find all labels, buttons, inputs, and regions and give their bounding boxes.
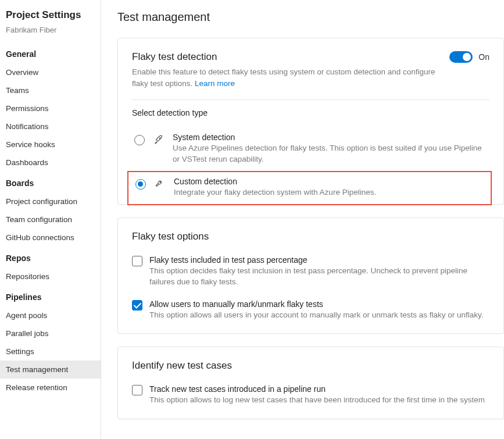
sidebar-item-parallel-jobs[interactable]: Parallel jobs	[0, 324, 101, 342]
project-name: Fabrikam Fiber	[0, 23, 101, 42]
include-pass-title: Flaky tests included in test pass percen…	[149, 255, 489, 265]
custom-detection-radio[interactable]	[135, 179, 146, 190]
sidebar: Project Settings Fabrikam Fiber General …	[0, 0, 101, 439]
custom-detection-title: Custom detection	[174, 177, 488, 186]
flaky-title: Flaky test detection	[132, 51, 449, 63]
newcases-title: Identify new test cases	[132, 360, 489, 372]
include-pass-percentage-checkbox[interactable]	[132, 256, 142, 266]
select-type-label: Select detection type	[132, 108, 489, 117]
rocket-icon	[153, 134, 165, 145]
manual-mark-checkbox[interactable]	[132, 300, 142, 310]
custom-detection-desc: Integrate your flaky detection system wi…	[174, 187, 488, 198]
section-pipelines: Pipelines	[0, 285, 101, 306]
divider	[132, 99, 489, 100]
page-title: Test management	[117, 10, 504, 24]
sidebar-item-permissions[interactable]: Permissions	[0, 99, 101, 117]
track-new-desc: This option allows to log new test cases…	[149, 395, 489, 406]
system-detection-option[interactable]: System detection Use Azure Pipelines det…	[132, 128, 489, 170]
system-detection-title: System detection	[173, 133, 489, 142]
manual-mark-title: Allow users to manually mark/unmark flak…	[149, 299, 489, 309]
system-detection-radio[interactable]	[134, 135, 145, 145]
include-pass-desc: This option decides flaky test inclusion…	[149, 266, 489, 288]
system-detection-desc: Use Azure Pipelines detection for flaky …	[173, 143, 489, 165]
section-repos: Repos	[0, 247, 101, 267]
sidebar-item-github[interactable]: GitHub connections	[0, 229, 101, 247]
sidebar-item-release-retention[interactable]: Release retention	[0, 379, 101, 397]
sidebar-item-service-hooks[interactable]: Service hooks	[0, 135, 101, 154]
svg-point-0	[160, 138, 161, 139]
sidebar-item-settings[interactable]: Settings	[0, 342, 101, 361]
custom-detection-option[interactable]: Custom detection Integrate your flaky de…	[127, 171, 492, 205]
section-boards: Boards	[0, 172, 101, 192]
main-content: Test management Flaky test detection Ena…	[101, 0, 504, 439]
flaky-desc: Enable this feature to detect flaky test…	[132, 66, 449, 89]
wrench-icon	[154, 179, 166, 189]
sidebar-item-team-config[interactable]: Team configuration	[0, 210, 101, 229]
flaky-detection-card: Flaky test detection Enable this feature…	[117, 38, 504, 205]
learn-more-link[interactable]: Learn more	[195, 79, 235, 88]
sidebar-item-repositories[interactable]: Repositories	[0, 267, 101, 285]
sidebar-title: Project Settings	[0, 0, 101, 23]
sidebar-item-overview[interactable]: Overview	[0, 63, 101, 81]
sidebar-item-project-config[interactable]: Project configuration	[0, 192, 101, 210]
track-new-title: Track new test cases introduced in a pip…	[149, 384, 489, 394]
sidebar-item-dashboards[interactable]: Dashboards	[0, 154, 101, 172]
sidebar-item-agent-pools[interactable]: Agent pools	[0, 306, 101, 324]
sidebar-item-test-management[interactable]: Test management	[0, 361, 101, 379]
section-general: General	[0, 42, 101, 63]
manual-mark-desc: This option allows all users in your acc…	[149, 310, 489, 321]
flaky-options-card: Flaky test options Flaky tests included …	[117, 217, 504, 334]
sidebar-item-teams[interactable]: Teams	[0, 81, 101, 99]
new-test-cases-card: Identify new test cases Track new test c…	[117, 347, 504, 419]
track-new-checkbox[interactable]	[132, 385, 142, 395]
toggle-label: On	[478, 52, 489, 62]
sidebar-item-notifications[interactable]: Notifications	[0, 117, 101, 135]
flaky-toggle[interactable]	[449, 51, 473, 63]
options-title: Flaky test options	[132, 231, 489, 242]
